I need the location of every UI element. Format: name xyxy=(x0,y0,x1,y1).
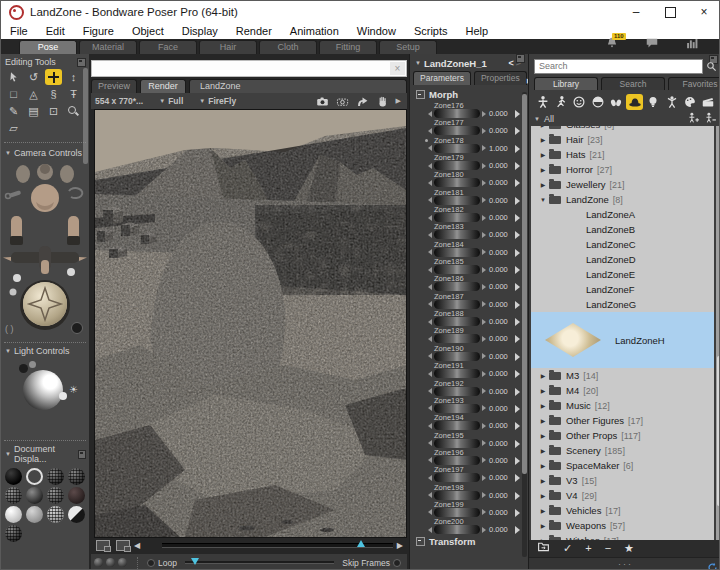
light-indicator-dark[interactable] xyxy=(19,364,28,373)
render-camera-icon[interactable] xyxy=(316,95,329,108)
search-input[interactable] xyxy=(534,59,703,74)
select-tool[interactable] xyxy=(5,69,22,85)
dial-menu-icon[interactable] xyxy=(515,145,520,153)
refresh-icon[interactable] xyxy=(707,559,718,570)
document-title-tab[interactable]: LandZone xyxy=(189,79,407,93)
expand-arrow-icon[interactable]: ▶ xyxy=(539,402,547,409)
room-tab-cloth[interactable]: Cloth xyxy=(259,40,317,54)
render-viewport[interactable] xyxy=(94,109,407,538)
library-item[interactable]: LandZoneF xyxy=(531,282,714,297)
library-folder[interactable]: ▶V4[29] xyxy=(531,488,714,503)
dial-value[interactable]: 0.000 xyxy=(489,369,513,378)
menu-figure[interactable]: Figure xyxy=(74,25,123,37)
menu-window[interactable]: Window xyxy=(348,25,405,37)
library-tab-search[interactable]: Search xyxy=(601,77,665,90)
tab-preview[interactable]: Preview xyxy=(91,79,137,93)
library-tab-library[interactable]: Library xyxy=(534,77,598,90)
dial-decrement-icon[interactable] xyxy=(428,284,432,290)
dial-value[interactable]: 0.000 xyxy=(489,421,513,430)
dial-menu-icon[interactable] xyxy=(515,249,520,257)
dial-menu-icon[interactable] xyxy=(515,283,520,291)
dial-menu-icon[interactable] xyxy=(515,370,520,378)
prev-actor-button[interactable]: < xyxy=(508,58,513,68)
playback-sphere[interactable] xyxy=(94,558,103,567)
dial-slider[interactable] xyxy=(434,473,480,482)
panel-menu-icon[interactable] xyxy=(77,58,86,67)
expand-arrow-icon[interactable]: ▶ xyxy=(539,507,547,514)
parameters-scrollbar[interactable] xyxy=(522,92,527,557)
expression-icon[interactable] xyxy=(571,94,588,110)
zoom-tool[interactable] xyxy=(65,103,82,119)
library-item[interactable]: LandZoneE xyxy=(531,267,714,282)
dial-value[interactable]: 0.000 xyxy=(489,282,513,291)
library-folder[interactable]: ▶SpaceMaker[6] xyxy=(531,458,714,473)
dial-slider[interactable] xyxy=(434,456,480,465)
light-indicator-mid[interactable] xyxy=(29,361,36,368)
dial-decrement-icon[interactable] xyxy=(428,509,432,515)
add-button[interactable]: + xyxy=(585,540,591,557)
view-magnifier-tool[interactable]: ⊡ xyxy=(45,103,62,119)
materials-icon[interactable] xyxy=(682,94,699,110)
expand-arrow-icon[interactable]: ▶ xyxy=(539,417,547,424)
dial-value[interactable]: 0.000 xyxy=(489,161,513,170)
dial-slider[interactable] xyxy=(434,126,480,135)
dial-decrement-icon[interactable] xyxy=(428,336,432,342)
dial-value[interactable]: 0.000 xyxy=(489,334,513,343)
dial-menu-icon[interactable] xyxy=(515,197,520,205)
library-folder[interactable]: ▶Music[12] xyxy=(531,398,714,413)
dial-increment-icon[interactable] xyxy=(482,475,486,481)
dial-slider[interactable] xyxy=(434,352,480,361)
dial-menu-icon[interactable] xyxy=(515,440,520,448)
dial-slider[interactable] xyxy=(434,144,480,153)
dial-increment-icon[interactable] xyxy=(482,492,486,498)
library-scrollbar[interactable] xyxy=(716,126,720,540)
library-item-selected[interactable]: LandZoneH xyxy=(531,312,714,368)
twist-tool[interactable]: Ŧ xyxy=(65,86,82,102)
dial-slider[interactable] xyxy=(434,508,480,517)
transform-group-header[interactable]: Transform xyxy=(410,535,522,548)
dial-decrement-icon[interactable] xyxy=(428,267,432,273)
dial-value[interactable]: 0.000 xyxy=(489,230,513,239)
renderer-dropdown[interactable]: ▼FireFly xyxy=(199,96,236,106)
dial-increment-icon[interactable] xyxy=(482,336,486,342)
loop-toggle[interactable] xyxy=(147,559,155,567)
expand-arrow-icon[interactable]: ▶ xyxy=(539,372,547,379)
library-item[interactable]: LandZoneC xyxy=(531,237,714,252)
dial-menu-icon[interactable] xyxy=(515,301,520,309)
playback-sphere[interactable] xyxy=(106,558,115,567)
frame-back-icon[interactable]: ◀ xyxy=(130,541,144,550)
dial-increment-icon[interactable] xyxy=(482,249,486,255)
stats-icon[interactable] xyxy=(685,36,699,54)
collapse-triangle-icon[interactable]: ▼ xyxy=(415,60,421,66)
timeline-marker[interactable] xyxy=(357,540,365,547)
editing-tools-header[interactable]: Editing Tools xyxy=(1,54,89,69)
dial-increment-icon[interactable] xyxy=(482,388,486,394)
dial-value[interactable]: 0.000 xyxy=(489,352,513,361)
figures-icon[interactable] xyxy=(534,94,551,110)
light-controls-widget[interactable]: ☀ xyxy=(1,358,89,436)
grouping-tool[interactable]: ▤ xyxy=(25,103,42,119)
dial-value[interactable]: 0.000 xyxy=(489,126,513,135)
dial-slider[interactable] xyxy=(434,161,480,170)
dial-value[interactable]: 0.000 xyxy=(489,525,513,534)
tab-render[interactable]: Render xyxy=(140,79,186,93)
room-tab-material[interactable]: Material xyxy=(79,40,137,54)
dial-decrement-icon[interactable] xyxy=(428,405,432,411)
library-item[interactable]: LandZoneA xyxy=(531,207,714,222)
dial-value[interactable]: 0.000 xyxy=(489,473,513,482)
hands-icon[interactable] xyxy=(608,94,625,110)
display-style-12[interactable] xyxy=(68,506,85,523)
dial-slider[interactable] xyxy=(434,439,480,448)
dial-menu-icon[interactable] xyxy=(515,405,520,413)
chain-break-tool[interactable]: § xyxy=(45,86,62,102)
dial-value[interactable]: 0.000 xyxy=(489,387,513,396)
minimize-button[interactable]: – xyxy=(619,1,653,23)
frame-forward-icon[interactable]: ▶ xyxy=(393,541,407,550)
camera-controls-header[interactable]: ▼Camera Controls xyxy=(1,145,89,160)
dial-increment-icon[interactable] xyxy=(482,180,486,186)
dial-value[interactable]: 0.000 xyxy=(489,491,513,500)
speed-slider[interactable] xyxy=(185,561,334,564)
remove-button[interactable]: − xyxy=(605,540,611,557)
dial-decrement-icon[interactable] xyxy=(428,180,432,186)
dial-value[interactable]: 1.000 xyxy=(489,144,513,153)
